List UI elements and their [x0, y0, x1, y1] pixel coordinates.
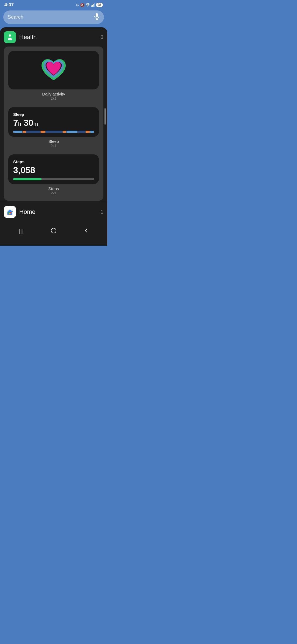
health-app-section: Health 3: [0, 27, 107, 202]
daily-activity-card: [8, 51, 99, 89]
do-not-disturb-icon: ⊖: [76, 3, 79, 7]
health-app-header: Health 3: [4, 31, 103, 43]
sleep-content: Sleep 7h 30m: [8, 107, 99, 137]
mute-icon: 🔇: [80, 3, 84, 7]
svg-rect-11: [8, 212, 10, 213]
svg-rect-3: [93, 4, 94, 7]
health-app-count: 3: [101, 34, 103, 40]
steps-widget[interactable]: Steps 3,058 Steps 2x1: [8, 154, 99, 196]
svg-point-0: [87, 6, 88, 6]
svg-rect-4: [94, 3, 95, 7]
steps-progress-bar: [13, 178, 94, 180]
battery-indicator: 28: [96, 3, 103, 7]
sleep-value: 7h 30m: [13, 118, 94, 128]
home-app-count: 1: [101, 209, 103, 215]
daily-activity-content: [8, 51, 99, 89]
steps-card: Steps 3,058: [8, 154, 99, 184]
svg-rect-5: [96, 13, 98, 17]
navigation-bar: |||: [0, 222, 107, 242]
status-icons: ⊖ 🔇 28: [76, 3, 103, 7]
daily-activity-widget[interactable]: Daily activity 2x1: [8, 51, 99, 102]
home-app-header: Home 1: [4, 206, 103, 218]
svg-point-9: [9, 34, 11, 37]
sleep-widget[interactable]: Sleep 7h 30m: [8, 107, 99, 149]
home-app-section: Home 1: [0, 202, 107, 222]
home-app-header-left: Home: [4, 206, 35, 218]
health-app-icon[interactable]: [4, 31, 16, 43]
home-app-icon[interactable]: [4, 206, 16, 218]
svg-rect-13: [9, 213, 10, 214]
scrollbar: [105, 108, 106, 125]
svg-rect-1: [91, 6, 92, 7]
svg-rect-2: [92, 5, 93, 7]
recents-button[interactable]: |||: [15, 227, 28, 236]
steps-progress-fill: [13, 178, 42, 180]
daily-activity-label: Daily activity 2x1: [8, 89, 99, 102]
svg-rect-12: [10, 212, 12, 213]
health-app-name: Health: [19, 34, 37, 41]
steps-value: 3,058: [13, 165, 94, 175]
home-app-name: Home: [19, 208, 35, 215]
svg-rect-14: [51, 228, 56, 233]
health-widgets-panel: Daily activity 2x1 Sleep 7h 30m: [4, 47, 103, 201]
search-placeholder: Search: [8, 14, 91, 20]
sleep-label: Sleep 2x1: [8, 137, 99, 149]
activity-rings-icon: [40, 56, 67, 84]
app-list: Health 3: [0, 27, 107, 246]
sleep-stages-bar: [13, 131, 94, 133]
status-time: 4:07: [4, 2, 14, 8]
microphone-icon[interactable]: [94, 13, 100, 21]
back-button[interactable]: [80, 226, 92, 236]
health-app-header-left: Health: [4, 31, 37, 43]
search-bar[interactable]: Search: [3, 10, 104, 24]
signal-icon: [91, 3, 95, 7]
status-bar: 4:07 ⊖ 🔇 28: [0, 0, 107, 9]
steps-label: Steps 2x1: [8, 184, 99, 196]
wifi-icon: [86, 3, 90, 7]
home-button[interactable]: [47, 226, 60, 237]
sleep-card: Sleep 7h 30m: [8, 107, 99, 137]
steps-content: Steps 3,058: [8, 154, 99, 184]
